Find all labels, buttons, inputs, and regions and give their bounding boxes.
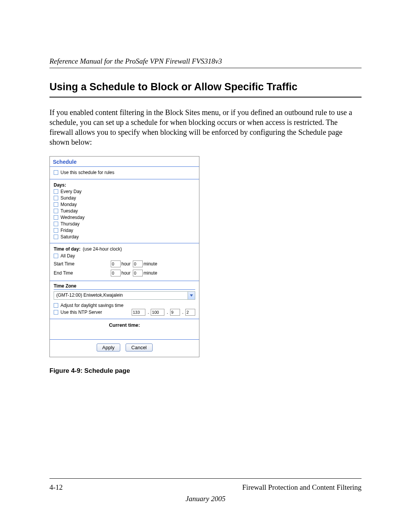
- start-time-label: Start Time: [54, 261, 111, 267]
- ntp-ip-2-input[interactable]: 100: [151, 309, 164, 316]
- dot-sep: .: [166, 310, 168, 315]
- day-label: Sunday: [61, 195, 76, 201]
- day-monday-checkbox[interactable]: [54, 202, 58, 207]
- minute-unit: minute: [143, 270, 157, 276]
- time-heading-bold: Time of day:: [54, 246, 80, 252]
- day-label: Friday: [61, 228, 73, 233]
- days-heading: Days:: [54, 182, 195, 188]
- day-thursday-checkbox[interactable]: [54, 222, 58, 226]
- ntp-ip-3-input[interactable]: 9: [170, 309, 180, 316]
- running-header: Reference Manual for the ProSafe VPN Fir…: [49, 57, 362, 68]
- timezone-select[interactable]: (GMT-12:00) Eniwetok,Kwajalein: [54, 291, 195, 300]
- ntp-label: Use this NTP Server: [61, 310, 102, 315]
- timezone-section: Time Zone (GMT-12:00) Eniwetok,Kwajalein…: [50, 281, 199, 318]
- figure-caption: Figure 4-9: Schedule page: [49, 367, 362, 375]
- day-label: Tuesday: [61, 208, 78, 214]
- day-label: Wednesday: [61, 215, 84, 220]
- dst-checkbox[interactable]: [54, 303, 58, 308]
- current-time-label: Current time:: [50, 319, 199, 339]
- all-day-checkbox[interactable]: [54, 254, 58, 258]
- chevron-down-icon[interactable]: [188, 292, 195, 299]
- day-friday-checkbox[interactable]: [54, 228, 58, 233]
- day-label: Monday: [61, 202, 77, 207]
- time-heading-note: (use 24-hour clock): [83, 246, 122, 252]
- all-day-label: All Day: [61, 253, 75, 259]
- use-schedule-label: Use this schedule for rules: [61, 170, 114, 175]
- section-heading: Using a Schedule to Block or Allow Speci…: [49, 81, 362, 97]
- time-of-day-section: Time of day: (use 24-hour clock) All Day…: [50, 243, 199, 280]
- days-section: Days: Every Day Sunday Monday Tuesday We…: [50, 179, 199, 242]
- hour-unit: hour: [121, 270, 131, 276]
- day-every-checkbox[interactable]: [54, 189, 58, 194]
- page-number: 4-12: [49, 483, 63, 492]
- end-minute-input[interactable]: 0: [133, 270, 143, 276]
- day-label: Every Day: [61, 189, 81, 194]
- day-wednesday-checkbox[interactable]: [54, 215, 58, 220]
- timezone-heading: Time Zone: [54, 283, 195, 289]
- day-tuesday-checkbox[interactable]: [54, 209, 58, 213]
- cancel-button[interactable]: Cancel: [126, 343, 152, 351]
- day-saturday-checkbox[interactable]: [54, 235, 58, 239]
- dst-label: Adjust for daylight savings time: [61, 303, 123, 308]
- minute-unit: minute: [143, 261, 157, 267]
- page-footer: 4-12 Firewall Protection and Content Fil…: [49, 478, 362, 503]
- use-schedule-checkbox[interactable]: [54, 170, 58, 175]
- schedule-panel: Schedule Use this schedule for rules Day…: [49, 156, 199, 357]
- footer-date: January 2005: [49, 495, 362, 503]
- timezone-selected-text: (GMT-12:00) Eniwetok,Kwajalein: [54, 292, 188, 299]
- day-label: Thursday: [61, 221, 80, 227]
- panel-title: Schedule: [50, 157, 199, 165]
- dot-sep: .: [147, 310, 149, 315]
- dot-sep: .: [182, 310, 184, 315]
- section-body-text: If you enabled content filtering in the …: [49, 107, 362, 147]
- ntp-ip-1-input[interactable]: 133: [132, 309, 145, 316]
- document-page: Reference Manual for the ProSafe VPN Fir…: [0, 0, 411, 532]
- chapter-title: Firewall Protection and Content Filterin…: [242, 483, 362, 492]
- apply-button[interactable]: Apply: [97, 343, 121, 351]
- start-minute-input[interactable]: 0: [133, 260, 143, 267]
- hour-unit: hour: [121, 261, 131, 267]
- ntp-ip-4-input[interactable]: 2: [185, 309, 195, 316]
- end-hour-input[interactable]: 0: [111, 270, 121, 276]
- svg-marker-0: [190, 294, 193, 297]
- end-time-label: End Time: [54, 270, 111, 276]
- day-sunday-checkbox[interactable]: [54, 196, 58, 200]
- ntp-checkbox[interactable]: [54, 310, 58, 315]
- day-label: Saturday: [61, 234, 79, 240]
- button-row: Apply Cancel: [50, 339, 199, 357]
- start-hour-input[interactable]: 0: [111, 260, 121, 267]
